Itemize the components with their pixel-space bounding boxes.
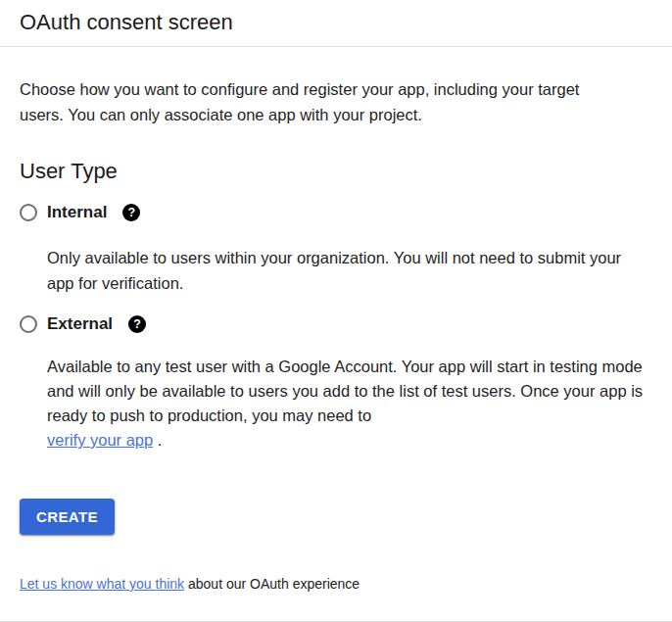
internal-radio-label: Internal: [47, 203, 107, 222]
feedback-note: Let us know what you think about our OAu…: [20, 576, 652, 592]
feedback-link[interactable]: Let us know what you think: [20, 576, 184, 592]
page-title: OAuth consent screen: [20, 9, 652, 35]
user-type-option-internal: Internal ?: [20, 203, 652, 222]
feedback-note-text: about our OAuth experience: [188, 576, 360, 592]
user-type-option-external: External ?: [20, 314, 652, 334]
external-description-period: .: [158, 431, 163, 449]
create-button[interactable]: CREATE: [20, 499, 115, 535]
user-type-heading: User Type: [20, 159, 652, 184]
page-header: OAuth consent screen: [0, 0, 672, 47]
verify-your-app-link[interactable]: verify your app: [47, 431, 153, 449]
external-help-icon[interactable]: ?: [128, 315, 146, 333]
external-option-description: Available to any test user with a Google…: [47, 355, 648, 453]
external-radio-button[interactable]: [20, 315, 37, 333]
internal-option-description: Only available to users within your orga…: [47, 245, 635, 296]
internal-radio-button[interactable]: [20, 204, 37, 221]
intro-text: Choose how you want to configure and reg…: [20, 76, 607, 127]
internal-help-icon[interactable]: ?: [122, 204, 140, 221]
external-description-text: Available to any test user with a Google…: [47, 358, 643, 424]
external-radio-label: External: [47, 314, 113, 334]
